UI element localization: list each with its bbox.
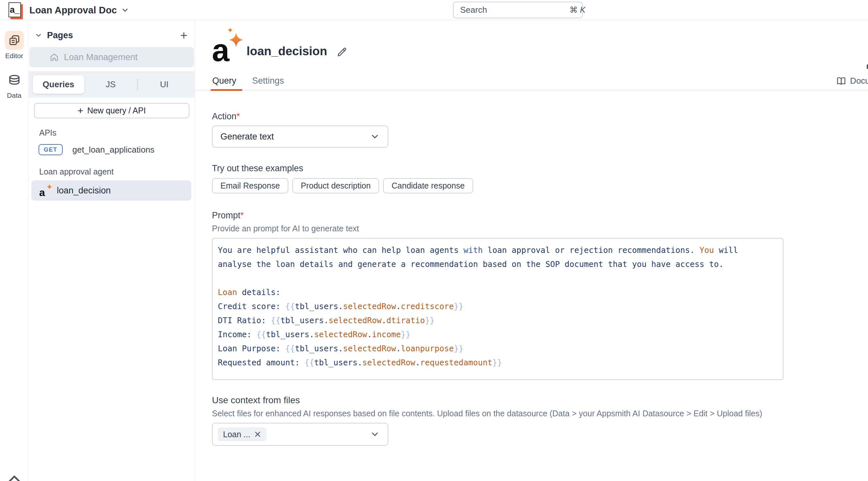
rail-editor-label: Editor	[5, 52, 23, 60]
main-panel: a loan_decision Query Settings Documenta…	[195, 20, 868, 481]
required-asterisk: *	[240, 210, 244, 220]
example-button-email-response[interactable]: Email Response	[212, 178, 288, 193]
new-query-label: New query / API	[87, 106, 146, 115]
appsmith-ai-icon: a	[39, 183, 51, 198]
book-icon	[836, 76, 846, 86]
example-button-product-description[interactable]: Product description	[292, 178, 379, 193]
examples-row: Email Response Product description Candi…	[212, 178, 868, 193]
rail-item-data[interactable]: Data	[5, 73, 24, 99]
tab-js[interactable]: JS	[84, 80, 137, 90]
query-item-loan-decision[interactable]: a loan_decision	[31, 180, 191, 201]
chevron-down-icon	[370, 132, 380, 142]
editor-pages-icon	[5, 31, 24, 50]
page-item-loan-management[interactable]: Loan Management	[29, 47, 194, 67]
tab-queries[interactable]: Queries	[33, 75, 84, 94]
explorer-tabs: Queries JS UI	[29, 71, 195, 98]
pages-sidebar: Pages + Loan Management Queries JS UI + …	[29, 20, 195, 481]
add-page-button[interactable]: +	[180, 29, 187, 41]
prompt-code-editor[interactable]: You are helpful assistant who can help l…	[212, 238, 783, 380]
tab-settings[interactable]: Settings	[252, 76, 284, 86]
prompt-help-text: Provide an prompt for AI to generate tex…	[212, 224, 868, 233]
rail-data-label: Data	[7, 91, 21, 99]
top-bar: a_ Loan Approval Doc ⌘ K	[0, 0, 868, 20]
api-item-get-loan-applications[interactable]: GET get_loan_applications	[38, 142, 195, 157]
tab-query[interactable]: Query	[212, 76, 237, 86]
rail-item-editor[interactable]: Editor	[5, 31, 24, 60]
search-box[interactable]: ⌘ K	[453, 2, 583, 18]
prompt-editor-content: You are helpful assistant who can help l…	[218, 243, 778, 369]
required-asterisk: *	[237, 112, 240, 121]
left-rail: Editor Data	[0, 20, 29, 481]
pages-collapse-icon[interactable]	[35, 31, 42, 39]
page-item-label: Loan Management	[64, 52, 137, 62]
apis-section-label: APIs	[39, 128, 195, 138]
query-header: a loan_decision	[212, 30, 868, 64]
documentation-label: Documentation	[850, 76, 868, 86]
context-files-help-text: Select files for enhanced AI responses b…	[212, 409, 868, 418]
examples-title: Try out these examples	[212, 163, 868, 174]
query-title: loan_decision	[247, 44, 327, 64]
context-files-multiselect[interactable]: Loan ...	[212, 423, 388, 446]
context-files-label: Use context from files	[212, 395, 868, 405]
query-tabs: Query Settings Documentation	[195, 73, 868, 91]
agent-section-label: Loan approval agent	[39, 167, 195, 176]
search-input[interactable]	[460, 5, 569, 15]
new-query-button[interactable]: + New query / API	[34, 103, 189, 118]
query-form: Action* Generate text Try out these exam…	[212, 112, 868, 446]
app-title-menu[interactable]: Loan Approval Doc	[29, 0, 129, 20]
appsmith-logo[interactable]: a_	[8, 2, 21, 17]
pages-header: Pages +	[29, 25, 195, 46]
clipped-menu-icon[interactable]	[867, 64, 868, 69]
database-icon	[5, 73, 24, 89]
active-tab-underline	[211, 89, 242, 91]
edit-pencil-icon[interactable]	[336, 47, 347, 58]
appsmith-ai-logo: a	[212, 30, 238, 64]
action-label: Action*	[212, 112, 868, 122]
remove-chip-icon[interactable]	[254, 431, 261, 438]
selected-file-chip: Loan ...	[218, 427, 267, 441]
query-item-label: loan_decision	[57, 186, 111, 196]
home-icon	[50, 53, 59, 62]
selected-file-chip-label: Loan ...	[223, 430, 250, 439]
documentation-link[interactable]: Documentation	[836, 76, 868, 86]
search-shortcut: ⌘ K	[569, 5, 586, 15]
http-method-badge: GET	[38, 144, 63, 155]
tab-ui[interactable]: UI	[138, 80, 191, 90]
plus-icon: +	[78, 106, 84, 116]
chevron-down-icon	[121, 6, 129, 14]
example-button-candidate-response[interactable]: Candidate response	[383, 178, 473, 193]
prompt-label: Prompt*	[212, 210, 868, 220]
rail-bottom-partial-icon[interactable]	[7, 474, 22, 481]
action-select[interactable]: Generate text	[212, 125, 388, 148]
pages-title: Pages	[47, 30, 180, 40]
chevron-down-icon	[370, 429, 380, 439]
app-title: Loan Approval Doc	[29, 5, 117, 16]
api-name: get_loan_applications	[72, 145, 155, 155]
action-select-value: Generate text	[220, 132, 370, 142]
